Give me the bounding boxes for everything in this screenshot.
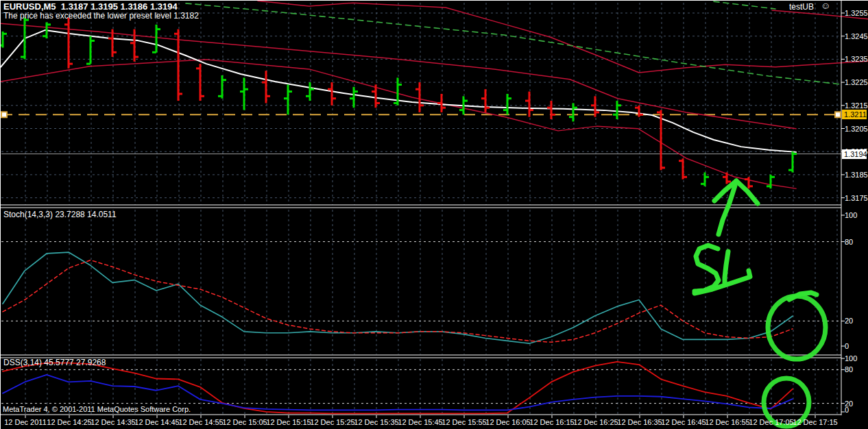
- bid-price-tag: 1.3194: [842, 149, 867, 159]
- price-tick-label: 1.3255: [845, 9, 868, 17]
- price-tick-label: 1.3175: [845, 194, 868, 202]
- time-label: 12 Dec 16:55: [705, 418, 749, 426]
- smiley-icon: ☺: [821, 1, 830, 10]
- chart-canvas[interactable]: [1, 1, 868, 429]
- time-label: 12 Dec 14:45: [134, 418, 179, 426]
- time-label: 12 Dec 15:15: [266, 418, 311, 426]
- band-upper-line: [258, 1, 868, 73]
- dss-indicator-label: DSS(3,14) 45.5777 27.9268: [3, 358, 106, 367]
- time-label: 12 Dec 15:05: [222, 418, 267, 426]
- alert-level-price-tag: 1.3211: [842, 110, 867, 119]
- stoch-signal-line: [3, 260, 793, 343]
- dss-tick-label: 0: [845, 406, 849, 414]
- time-label: 12 Dec 15:35: [354, 418, 398, 426]
- price-tick-label: 1.3245: [845, 32, 868, 40]
- time-label: 12 Dec 16:35: [617, 418, 662, 426]
- stoch-tick-label: 100: [845, 211, 857, 219]
- alert-marker-left: [1, 112, 7, 117]
- price-tick-label: 1.3205: [845, 125, 868, 133]
- time-label: 12 Dec 15:45: [398, 418, 442, 426]
- time-label: 12 Dec 2011: [4, 418, 47, 426]
- time-label: 12 Dec 17:15: [793, 418, 837, 426]
- stoch-main-line: [3, 252, 793, 343]
- price-tick-label: 1.3225: [845, 78, 868, 86]
- copyright-text: MetaTrader 4, © 2001-2011 MetaQuotes Sof…: [3, 405, 191, 414]
- stochastic-indicator-label: Stoch(14,3,3) 23.7288 14.0511: [3, 210, 117, 219]
- stoch-tick-label: 0: [845, 342, 849, 350]
- time-label: 12 Dec 17:05: [749, 418, 793, 426]
- time-label: 12 Dec 14:55: [178, 418, 223, 426]
- dss-tick-label: 100: [845, 354, 857, 363]
- price-tick-label: 1.3185: [845, 171, 868, 179]
- alert-message: The price has exceeded the lower preset …: [3, 12, 199, 21]
- dss-tick-label: 80: [845, 365, 853, 373]
- stoch-tick-label: 20: [845, 317, 853, 325]
- stoch-tick-label: 80: [845, 238, 853, 246]
- price-tick-label: 1.3215: [845, 101, 868, 110]
- indicator-badge: testUB: [789, 3, 814, 12]
- time-label: 12 Dec 14:25: [47, 418, 91, 426]
- annotation-stroke-letter-s: [695, 245, 719, 291]
- mt4-chart-window: EURUSD,M5 1.3187 1.3195 1.3186 1.3194 Th…: [0, 0, 868, 429]
- time-label: 12 Dec 15:55: [442, 418, 486, 426]
- annotation-stroke-arrow-right-wing: [736, 181, 758, 204]
- time-label: 12 Dec 14:35: [91, 418, 135, 426]
- time-label: 12 Dec 16:05: [485, 418, 530, 426]
- green-trend-dashed-line-2: [714, 1, 775, 9]
- price-tick-label: 1.3235: [845, 55, 868, 63]
- time-label: 12 Dec 16:15: [529, 418, 574, 426]
- time-label: 12 Dec 16:45: [661, 418, 706, 426]
- alert-marker-right: [835, 112, 841, 117]
- time-label: 12 Dec 16:25: [573, 418, 618, 426]
- symbol-title: EURUSD,M5 1.3187 1.3195 1.3186 1.3194: [3, 2, 178, 11]
- time-label: 12 Dec 15:25: [310, 418, 354, 426]
